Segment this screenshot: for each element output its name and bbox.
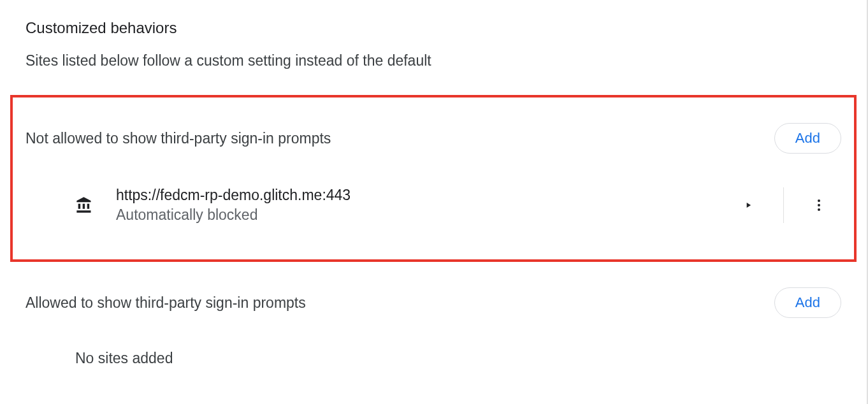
section-description: Sites listed below follow a custom setti… [25, 52, 841, 69]
site-row: https://fedcm-rp-demo.glitch.me:443 Auto… [25, 165, 841, 227]
not-allowed-title: Not allowed to show third-party sign-in … [25, 130, 331, 147]
not-allowed-section: Not allowed to show third-party sign-in … [10, 95, 857, 262]
bank-icon [74, 195, 94, 215]
svg-point-0 [818, 199, 820, 202]
svg-point-1 [818, 204, 820, 206]
expand-arrow-button[interactable] [726, 183, 770, 227]
section-heading: Customized behaviors [25, 19, 841, 37]
add-allowed-button[interactable]: Add [774, 287, 841, 318]
more-actions-button[interactable] [797, 183, 841, 227]
divider [783, 187, 784, 223]
allowed-section: Allowed to show third-party sign-in prom… [25, 275, 841, 367]
add-not-allowed-button[interactable]: Add [774, 123, 841, 154]
empty-message: No sites added [25, 350, 841, 367]
svg-point-2 [818, 208, 820, 211]
site-url: https://fedcm-rp-demo.glitch.me:443 [116, 187, 726, 204]
allowed-title: Allowed to show third-party sign-in prom… [25, 294, 306, 312]
site-status: Automatically blocked [116, 206, 726, 224]
